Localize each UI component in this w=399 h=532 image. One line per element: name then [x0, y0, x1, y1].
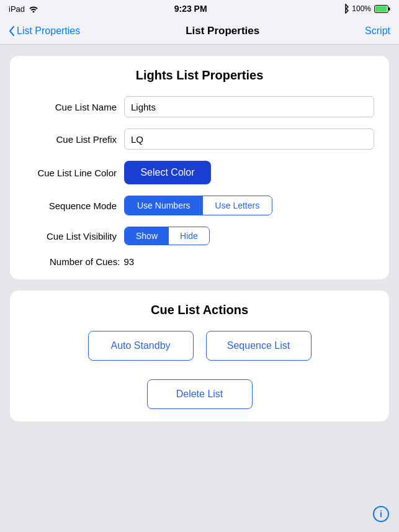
use-numbers-button[interactable]: Use Numbers	[125, 196, 203, 215]
cue-list-name-row: Cue List Name	[25, 96, 374, 117]
cue-list-line-color-label: Cue List Line Color	[25, 168, 124, 178]
status-bar: iPad 9:23 PM 100%	[0, 0, 399, 17]
svg-rect-1	[388, 7, 390, 11]
script-button[interactable]: Script	[365, 25, 390, 37]
status-time: 9:23 PM	[174, 4, 207, 14]
cue-list-visibility-row: Cue List Visibility Show Hide	[25, 227, 374, 245]
visibility-control: Show Hide	[124, 227, 210, 245]
device-label: iPad	[9, 4, 25, 14]
cue-list-visibility-label: Cue List Visibility	[25, 231, 124, 241]
number-of-cues-row: Number of Cues: 93	[25, 256, 374, 267]
cue-list-name-label: Cue List Name	[25, 102, 124, 112]
cue-list-prefix-input[interactable]	[124, 128, 374, 150]
back-chevron-icon	[9, 26, 15, 36]
main-content: Lights List Properties Cue List Name Cue…	[0, 45, 399, 532]
cue-list-name-input[interactable]	[124, 96, 374, 117]
svg-rect-2	[375, 6, 387, 12]
sequence-list-button[interactable]: Sequence List	[206, 331, 312, 361]
cue-list-prefix-row: Cue List Prefix	[25, 128, 374, 150]
cue-list-actions-card: Cue List Actions Auto Standby Sequence L…	[10, 291, 389, 422]
auto-standby-button[interactable]: Auto Standby	[88, 331, 194, 361]
sequence-mode-row: Sequence Mode Use Numbers Use Letters	[25, 196, 374, 215]
actions-grid: Auto Standby Sequence List	[25, 331, 374, 361]
sequence-mode-control: Use Numbers Use Letters	[124, 196, 272, 215]
back-button[interactable]: List Properties	[9, 25, 80, 37]
lights-list-properties-card: Lights List Properties Cue List Name Cue…	[10, 56, 389, 279]
card2-title: Cue List Actions	[25, 303, 374, 317]
cue-list-line-color-row: Cue List Line Color Select Color	[25, 161, 374, 184]
back-label: List Properties	[17, 25, 80, 37]
cue-list-prefix-label: Cue List Prefix	[25, 134, 124, 145]
battery-percent: 100%	[352, 4, 371, 13]
info-button[interactable]: i	[373, 506, 389, 522]
wifi-icon	[29, 5, 38, 12]
show-button[interactable]: Show	[125, 227, 169, 245]
sequence-mode-label: Sequence Mode	[25, 201, 124, 211]
status-left: iPad	[9, 4, 38, 14]
status-right: 100%	[343, 4, 390, 14]
bluetooth-icon	[343, 4, 349, 14]
select-color-button[interactable]: Select Color	[124, 161, 211, 184]
hide-button[interactable]: Hide	[169, 227, 209, 245]
nav-title: List Properties	[186, 25, 259, 37]
delete-list-button[interactable]: Delete List	[147, 379, 253, 409]
battery-icon	[374, 5, 390, 13]
number-of-cues-value: 93	[123, 256, 134, 267]
card1-title: Lights List Properties	[25, 68, 374, 83]
nav-bar: List Properties List Properties Script	[0, 17, 399, 45]
delete-row: Delete List	[25, 373, 374, 409]
number-of-cues-label: Number of Cues:	[50, 256, 120, 267]
use-letters-button[interactable]: Use Letters	[203, 196, 272, 215]
